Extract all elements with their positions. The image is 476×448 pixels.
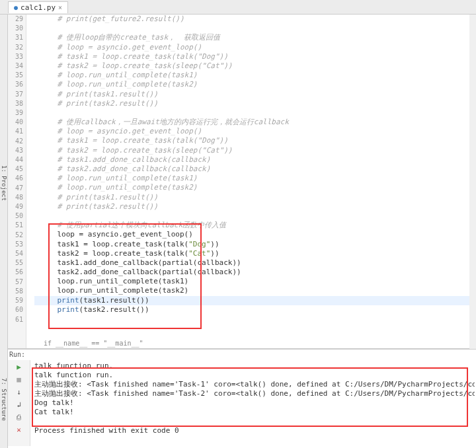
fold-column [26,15,34,348]
project-tool-tab[interactable]: 1: Project [0,15,8,349]
python-file-icon: ● [14,4,18,11]
structure-tool-tab[interactable]: 7: Structure [0,349,8,448]
line-number-gutter: 29 30 31 32 33 34 35 36 37 38 39 40 41 4… [8,15,26,348]
code-area[interactable]: # print(get_future2.result()) # 使用loop自带… [34,15,476,348]
soft-wrap-icon[interactable]: ↲ [17,400,21,409]
file-tab[interactable]: ● calc1.py × [8,1,68,13]
run-panel: Run: ▶ ■ ↓ ↲ ⎙ ✕ talk function run. talk… [8,349,476,448]
breadcrumb[interactable]: if __name__ == "__main__" [44,340,143,347]
editor-pane: 29 30 31 32 33 34 35 36 37 38 39 40 41 4… [8,15,476,349]
tab-bar: ● calc1.py × [0,0,476,15]
console-output[interactable]: talk function run. talk function run. 主动… [30,360,475,447]
run-toolbar: ▶ ■ ↓ ↲ ⎙ ✕ [8,360,30,446]
editor-scrollbar[interactable] [469,15,476,349]
rerun-icon[interactable]: ▶ [17,363,21,371]
scroll-down-icon[interactable]: ↓ [17,388,21,396]
close-run-icon[interactable]: ✕ [17,426,21,434]
print-icon[interactable]: ⎙ [17,413,21,422]
run-label: Run: [9,351,25,358]
close-tab-icon[interactable]: × [58,4,62,11]
stop-icon[interactable]: ■ [17,375,21,384]
tab-filename: calc1.py [20,3,56,12]
